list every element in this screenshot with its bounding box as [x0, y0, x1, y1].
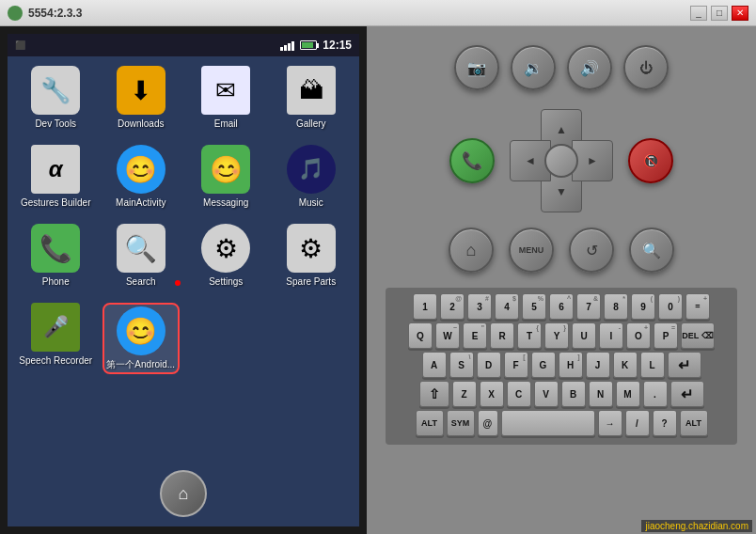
key-sym[interactable]: SYM	[447, 410, 475, 436]
first-android-icon: 😊	[117, 306, 165, 355]
key-shift[interactable]: ⇧	[419, 381, 449, 407]
battery-icon	[300, 40, 317, 50]
key-1[interactable]: 1	[413, 293, 437, 320]
key-e[interactable]: E"	[463, 322, 487, 349]
back-button[interactable]: ↺	[569, 228, 614, 273]
key-6[interactable]: 6^	[549, 293, 574, 320]
key-space[interactable]	[501, 410, 595, 436]
maximize-button[interactable]: □	[711, 6, 728, 21]
settings-icon: ⚙	[201, 224, 250, 273]
key-f[interactable]: F[	[504, 352, 528, 378]
app-search[interactable]: 🔍 Search	[102, 224, 181, 288]
key-n[interactable]: N	[589, 381, 613, 407]
phone-screen: ⬛ 12:15	[0, 26, 367, 534]
key-slash[interactable]: /	[625, 410, 650, 436]
music-label: Music	[299, 197, 323, 209]
key-period[interactable]: .	[643, 381, 668, 407]
signal-icon	[280, 39, 294, 51]
search-ctrl-button[interactable]: 🔍	[629, 228, 674, 273]
power-button[interactable]: ⏻	[623, 45, 669, 90]
key-alt-left[interactable]: ALT	[416, 410, 444, 436]
volume-down-button[interactable]: 🔉	[511, 45, 556, 90]
close-button[interactable]: ✕	[732, 6, 748, 21]
key-u[interactable]: U	[572, 322, 596, 349]
search-icon: 🔍	[117, 224, 165, 273]
status-bar: ⬛ 12:15	[8, 34, 359, 56]
key-r[interactable]: R	[490, 322, 514, 349]
key-y[interactable]: Y}	[544, 322, 569, 349]
speech-recorder-label: Speech Recorder	[19, 355, 92, 367]
home-ctrl-button[interactable]: ⌂	[449, 228, 494, 273]
call-red-button[interactable]: 📵	[628, 138, 673, 183]
spare-parts-icon: ⚙	[287, 224, 336, 273]
clock: 12:15	[323, 39, 352, 52]
key-p[interactable]: P=	[654, 322, 678, 349]
key-q[interactable]: Q	[408, 322, 433, 349]
key-t[interactable]: T{	[517, 322, 542, 349]
app-gestures-builder[interactable]: α Gestures Builder	[17, 145, 95, 209]
key-s[interactable]: S\	[449, 352, 474, 378]
key-8[interactable]: 8*	[604, 293, 628, 320]
camera-button[interactable]: 📷	[454, 45, 499, 90]
key-j[interactable]: J	[586, 352, 610, 378]
key-at[interactable]: @	[478, 410, 498, 436]
volume-up-button[interactable]: 🔊	[567, 45, 612, 90]
phone-label: Phone	[42, 276, 70, 288]
key-m[interactable]: M	[616, 381, 640, 407]
key-k[interactable]: K	[613, 352, 638, 378]
app-main-activity[interactable]: 😊 MainActivity	[102, 145, 181, 209]
app-speech-recorder[interactable]: 🎤 Speech Recorder	[17, 303, 95, 374]
key-equals[interactable]: =+	[685, 293, 710, 320]
window-title: 5554:2.3.3	[28, 7, 82, 20]
app-music[interactable]: 🎵 Music	[273, 145, 351, 209]
key-l[interactable]: L	[640, 352, 665, 378]
key-alt-right[interactable]: ALT	[680, 410, 708, 436]
app-phone[interactable]: 📞 Phone	[17, 224, 95, 288]
app-downloads[interactable]: ⬇ Downloads	[102, 66, 181, 130]
key-9[interactable]: 9(	[631, 293, 655, 320]
key-7[interactable]: 7&	[576, 293, 601, 320]
messaging-label: Messaging	[203, 197, 248, 209]
key-d[interactable]: D	[477, 352, 501, 378]
key-3[interactable]: 3#	[467, 293, 492, 320]
key-4[interactable]: 4$	[495, 293, 519, 320]
downloads-icon: ⬇	[117, 66, 165, 115]
key-0[interactable]: 0)	[658, 293, 683, 320]
app-email[interactable]: ✉ Email	[187, 66, 265, 130]
speech-recorder-icon: 🎤	[31, 303, 80, 352]
key-v[interactable]: V	[534, 381, 559, 407]
menu-button[interactable]: MENU	[509, 228, 554, 273]
key-i[interactable]: I-	[599, 322, 623, 349]
app-first-android[interactable]: 😊 第一个Android...	[102, 303, 181, 374]
dpad-center-button[interactable]	[544, 144, 578, 178]
messaging-icon: 😊	[201, 145, 250, 194]
key-2[interactable]: 2@	[440, 293, 465, 320]
dev-tools-label: Dev Tools	[35, 118, 76, 130]
window-controls: _ □ ✕	[690, 6, 748, 21]
key-x[interactable]: X	[480, 381, 504, 407]
music-icon: 🎵	[287, 145, 336, 194]
app-settings[interactable]: ⚙ Settings	[187, 224, 265, 288]
app-messaging[interactable]: 😊 Messaging	[187, 145, 265, 209]
key-del[interactable]: DEL ⌫	[681, 322, 715, 349]
key-g[interactable]: G	[531, 352, 556, 378]
key-5[interactable]: 5%	[522, 293, 546, 320]
app-gallery[interactable]: 🏔 Gallery	[273, 66, 351, 130]
key-c[interactable]: C	[507, 381, 531, 407]
key-enter[interactable]: ↵	[668, 352, 701, 378]
key-h[interactable]: H]	[559, 352, 583, 378]
app-dev-tools[interactable]: 🔧 Dev Tools	[17, 66, 95, 130]
key-b[interactable]: B	[561, 381, 586, 407]
call-green-button[interactable]: 📞	[449, 138, 495, 183]
key-o[interactable]: O+	[626, 322, 651, 349]
key-arrow[interactable]: →	[598, 410, 622, 436]
minimize-button[interactable]: _	[690, 6, 707, 21]
key-w[interactable]: W~	[435, 322, 460, 349]
key-question[interactable]: ?	[653, 410, 677, 436]
home-button[interactable]: ⌂	[160, 470, 207, 517]
key-a[interactable]: A	[422, 352, 447, 378]
app-spare-parts[interactable]: ⚙ Spare Parts	[273, 224, 351, 288]
app-icon	[8, 6, 23, 21]
key-enter2[interactable]: ↵	[670, 381, 704, 407]
key-z[interactable]: Z	[452, 381, 477, 407]
